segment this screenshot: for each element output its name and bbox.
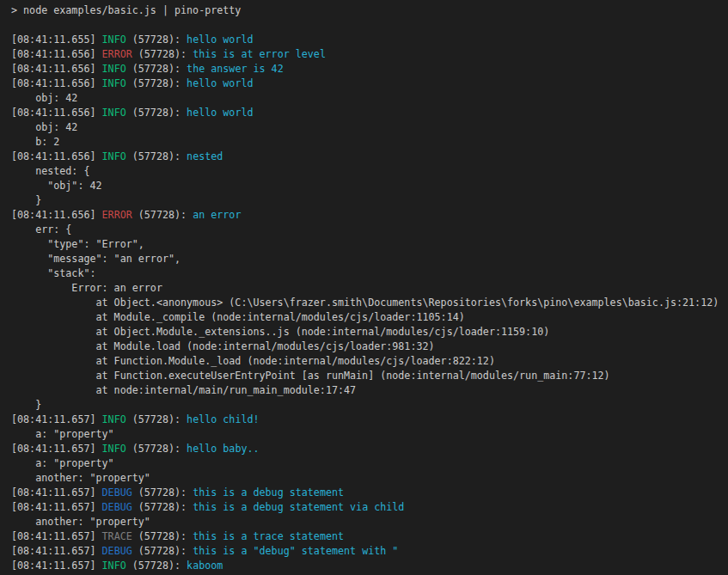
log-segment: DEBUG xyxy=(102,545,132,557)
log-segment: [08:41:11.656] xyxy=(11,150,102,162)
log-segment: this is a trace statement xyxy=(193,530,344,542)
log-segment: the answer is 42 xyxy=(187,63,284,75)
log-line: a: "property" xyxy=(11,427,728,442)
log-line: a: "property" xyxy=(11,456,728,471)
log-segment: another: "property" xyxy=(11,516,150,528)
log-segment: at Function.Module._load (node:internal/… xyxy=(11,355,495,367)
log-line: at Function.executeUserEntryPoint [as ru… xyxy=(11,369,728,383)
log-line: "stack": xyxy=(11,266,728,281)
log-line: } xyxy=(11,193,728,208)
log-segment: (57728): xyxy=(132,545,193,557)
log-segment: INFO xyxy=(102,34,126,46)
log-line: another: "property" xyxy=(11,515,728,529)
log-line: [08:41:11.656] INFO (57728): hello world xyxy=(11,76,728,91)
log-segment: [08:41:11.657] xyxy=(11,443,102,455)
log-segment: an error xyxy=(193,209,241,221)
log-line xyxy=(11,18,728,33)
log-segment: at Module._compile (node:internal/module… xyxy=(11,311,465,323)
log-segment: [08:41:11.656] xyxy=(11,209,102,221)
log-segment: [08:41:11.657] xyxy=(11,545,102,557)
log-line: at Module.load (node:internal/modules/cj… xyxy=(11,339,728,354)
log-segment: [08:41:11.656] xyxy=(11,48,102,60)
log-segment: [08:41:11.657] xyxy=(11,530,102,542)
log-line: [08:41:11.657] DEBUG (57728): this is a … xyxy=(11,500,728,515)
log-segment: a: "property" xyxy=(11,428,114,440)
log-segment: INFO xyxy=(102,560,126,572)
log-segment: TRACE xyxy=(102,530,132,542)
log-segment: INFO xyxy=(102,63,126,75)
log-line: [08:41:11.655] INFO (57728): hello world xyxy=(11,33,728,47)
log-segment: [08:41:11.656] xyxy=(11,77,102,89)
log-segment: DEBUG xyxy=(102,486,132,499)
log-segment: (57728): xyxy=(126,107,187,119)
log-line: } xyxy=(11,398,728,413)
log-segment: (57728): xyxy=(126,150,187,162)
log-segment: (57728): xyxy=(132,486,193,499)
log-line: err: { xyxy=(11,223,728,237)
log-segment: INFO xyxy=(102,77,126,89)
log-segment: ERROR xyxy=(102,48,132,60)
log-segment: (57728): xyxy=(126,77,187,89)
log-line: [08:41:11.657] DEBUG (57728): this is a … xyxy=(11,486,728,500)
log-segment: this is a debug statement via child xyxy=(193,501,404,513)
log-line: "obj": 42 xyxy=(11,179,728,193)
log-segment: (57728): xyxy=(132,501,193,513)
log-segment: [08:41:11.657] xyxy=(11,413,102,425)
log-segment: at node:internal/main/run_main_module:17… xyxy=(11,384,356,396)
log-segment: at Object.Module._extensions..js (node:i… xyxy=(11,326,549,338)
terminal-output[interactable]: > node examples/basic.js | pino-pretty[0… xyxy=(0,0,728,575)
log-line: at Function.Module._load (node:internal/… xyxy=(11,354,728,369)
log-segment: (57728): xyxy=(132,530,193,542)
log-line: "type": "Error", xyxy=(11,237,728,252)
log-line: [08:41:11.656] INFO (57728): the answer … xyxy=(11,62,728,76)
log-line: nested: { xyxy=(11,164,728,179)
log-line: at Module._compile (node:internal/module… xyxy=(11,310,728,325)
log-line: at Object.<anonymous> (C:\Users\frazer.s… xyxy=(11,296,728,310)
log-segment: "stack": xyxy=(11,267,96,279)
log-segment: (57728): xyxy=(126,413,187,425)
log-line: > node examples/basic.js | pino-pretty xyxy=(11,3,728,18)
log-segment: hello baby.. xyxy=(187,443,259,455)
log-segment: [08:41:11.656] xyxy=(11,63,102,75)
log-segment: nested xyxy=(187,150,223,162)
log-segment: } xyxy=(11,399,41,411)
log-segment: obj: 42 xyxy=(11,121,77,133)
log-segment: } xyxy=(11,194,41,206)
log-line: [08:41:11.657] INFO (57728): hello child… xyxy=(11,413,728,427)
log-segment: [08:41:11.656] xyxy=(11,107,102,119)
log-line: another: "property" xyxy=(11,471,728,486)
log-segment: ERROR xyxy=(102,209,132,221)
log-segment: "type": "Error", xyxy=(11,238,144,250)
log-segment: another: "property" xyxy=(11,472,150,484)
log-line: [08:41:11.657] INFO (57728): kaboom xyxy=(11,559,728,573)
log-segment: [08:41:11.655] xyxy=(11,34,102,46)
log-segment: hello world xyxy=(187,34,253,46)
log-segment: b: 2 xyxy=(11,136,59,148)
log-segment: obj: 42 xyxy=(11,92,77,104)
log-line: "message": "an error", xyxy=(11,252,728,266)
log-segment: INFO xyxy=(102,150,126,162)
log-segment: at Function.executeUserEntryPoint [as ru… xyxy=(11,370,610,382)
log-line: [08:41:11.657] DEBUG (57728): this is a … xyxy=(11,544,728,559)
log-segment: at Module.load (node:internal/modules/cj… xyxy=(11,340,435,352)
log-segment: Error: an error xyxy=(11,282,162,294)
log-line: [08:41:11.656] INFO (57728): hello world xyxy=(11,106,728,120)
log-line: Error: an error xyxy=(11,281,728,296)
log-line: [08:41:11.656] INFO (57728): nested xyxy=(11,150,728,164)
log-line: [08:41:11.657] INFO (57728): hello baby.… xyxy=(11,442,728,456)
log-segment: INFO xyxy=(102,413,126,425)
log-line: obj: 42 xyxy=(11,120,728,135)
log-line: b: 2 xyxy=(11,135,728,150)
log-segment: at Object.<anonymous> (C:\Users\frazer.s… xyxy=(11,297,719,309)
log-segment: (57728): xyxy=(132,48,193,60)
log-segment: DEBUG xyxy=(102,501,132,513)
log-segment: [08:41:11.657] xyxy=(11,486,102,499)
log-segment: INFO xyxy=(102,443,126,455)
log-segment: (57728): xyxy=(126,34,187,46)
log-line: [08:41:11.657] TRACE (57728): this is a … xyxy=(11,529,728,544)
log-segment: "obj": 42 xyxy=(11,180,102,192)
log-segment: nested: { xyxy=(11,165,89,177)
log-segment: hello child! xyxy=(187,413,259,425)
log-segment: (57728): xyxy=(132,209,193,221)
log-segment: [08:41:11.657] xyxy=(11,501,102,513)
